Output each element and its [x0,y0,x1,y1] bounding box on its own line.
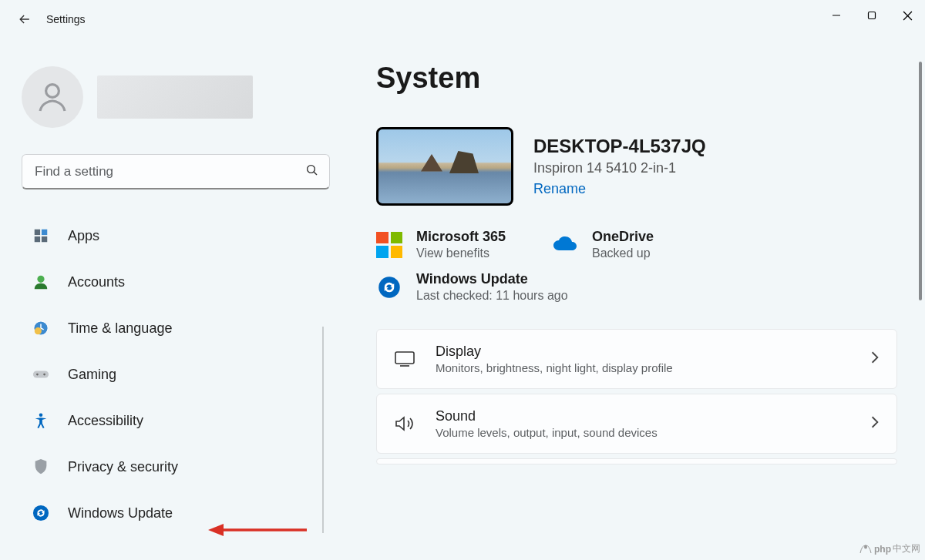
svg-point-14 [36,374,39,376]
watermark: php中文网 [859,542,920,555]
device-row: DESKTOP-4L537JQ Inspiron 14 5410 2-in-1 … [376,127,897,206]
status-sub: View benefits [416,246,506,260]
scrollbar[interactable] [919,62,922,539]
minimize-button[interactable] [819,0,854,31]
svg-rect-1 [869,12,876,19]
svg-rect-7 [35,236,40,242]
card-title: Sound [436,408,850,424]
svg-line-4 [314,172,317,175]
device-model: Inspiron 14 5410 2-in-1 [533,160,706,176]
sidebar-item-apps[interactable]: Apps [22,213,333,259]
svg-point-2 [46,85,59,98]
close-icon [903,11,913,21]
svg-point-9 [37,276,44,283]
card-display[interactable]: Display Monitors, brightness, night ligh… [376,329,897,389]
close-button[interactable] [890,0,925,31]
svg-rect-13 [33,371,49,377]
card-sound[interactable]: Sound Volume levels, output, input, soun… [376,394,897,454]
sidebar-item-accounts[interactable]: Accounts [22,259,333,305]
back-button[interactable] [9,4,40,35]
search-input[interactable] [22,154,330,189]
svg-rect-8 [42,236,47,242]
svg-point-3 [308,166,315,173]
card-title: Display [436,344,850,360]
status-title: Microsoft 365 [416,229,506,245]
status-title: OneDrive [592,229,654,245]
apps-icon [32,227,49,244]
search-icon [305,163,319,180]
svg-rect-5 [35,230,40,235]
update-sync-icon [376,274,402,300]
nav-label: Accessibility [68,413,143,429]
nav-label: Gaming [68,367,116,383]
person-icon [34,79,71,116]
card-partial[interactable] [376,458,897,464]
scrollbar-divider [322,327,324,533]
privacy-security-icon [32,458,49,475]
minimize-icon [832,11,841,20]
nav-label: Time & language [68,320,172,337]
sidebar: Apps Accounts Time & language Gaming Acc… [0,39,355,560]
status-title: Windows Update [416,271,568,287]
card-sub: Monitors, brightness, night light, displ… [436,361,850,374]
display-icon [394,348,415,370]
windows-update-icon [32,505,49,521]
scrollbar-thumb[interactable] [919,62,922,300]
main-content: System DESKTOP-4L537JQ Inspiron 14 5410 … [355,39,925,560]
svg-point-17 [33,505,49,521]
svg-point-16 [39,413,43,417]
svg-point-15 [43,374,45,376]
sidebar-item-time-language[interactable]: Time & language [22,305,333,351]
maximize-button[interactable] [854,0,890,31]
status-windows-update[interactable]: Windows Update Last checked: 11 hours ag… [376,271,897,303]
svg-point-23 [864,545,867,548]
chevron-right-icon [870,350,880,367]
card-sub: Volume levels, output, input, sound devi… [436,426,850,439]
status-sub: Backed up [592,246,654,260]
arrow-left-icon [17,12,32,27]
avatar [22,66,83,128]
status-sub: Last checked: 11 hours ago [416,289,568,303]
app-title: Settings [46,13,86,25]
page-title: System [376,62,897,95]
status-microsoft-365[interactable]: Microsoft 365 View benefits [376,229,506,260]
accessibility-icon [32,412,49,429]
svg-point-12 [35,327,42,334]
nav-label: Apps [68,228,99,244]
sidebar-item-gaming[interactable]: Gaming [22,351,333,397]
nav-label: Windows Update [68,505,173,521]
time-language-icon [32,320,49,337]
nav: Apps Accounts Time & language Gaming Acc… [22,213,333,536]
chevron-right-icon [870,415,880,432]
svg-point-18 [378,277,400,298]
annotation-arrow-icon [208,521,308,539]
accounts-icon [32,273,49,290]
svg-marker-22 [208,524,224,536]
sound-icon [394,413,415,434]
microsoft-logo-icon [376,232,402,258]
gaming-icon [32,366,49,383]
device-thumbnail[interactable] [376,127,513,206]
user-name-placeholder [97,75,253,119]
rename-link[interactable]: Rename [533,181,586,197]
sidebar-item-accessibility[interactable]: Accessibility [22,397,333,444]
nav-label: Accounts [68,274,125,290]
svg-rect-19 [395,352,414,364]
onedrive-icon [552,232,578,258]
nav-label: Privacy & security [68,459,178,475]
sidebar-item-privacy-security[interactable]: Privacy & security [22,444,333,490]
device-name: DESKTOP-4L537JQ [533,136,706,157]
status-onedrive[interactable]: OneDrive Backed up [552,229,654,260]
svg-rect-6 [42,230,47,235]
maximize-icon [867,11,876,20]
user-block[interactable] [22,66,333,128]
